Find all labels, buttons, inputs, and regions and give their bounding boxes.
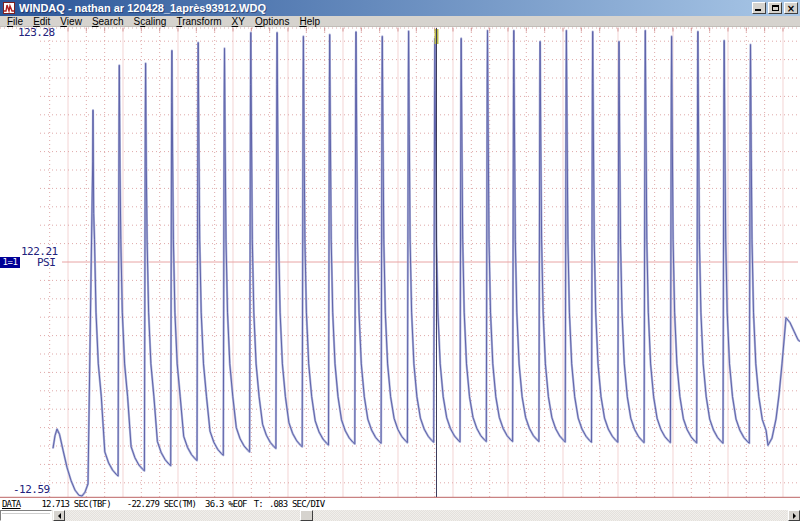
menu-bar: File Edit View Search Scaling Transform … bbox=[0, 16, 800, 27]
minimize-icon bbox=[755, 9, 761, 11]
maximize-icon bbox=[772, 5, 779, 11]
status-time-tm: -22.279 SEC(TM) bbox=[127, 499, 196, 509]
pressure-trace bbox=[53, 31, 800, 497]
menu-file[interactable]: File bbox=[2, 16, 28, 27]
waveform-plot bbox=[0, 27, 800, 498]
horizontal-scrollbar bbox=[0, 510, 800, 521]
scrollbar-thumb[interactable] bbox=[300, 510, 313, 521]
status-percent-eof: 36.3 %EOF bbox=[205, 499, 247, 509]
menu-edit[interactable]: Edit bbox=[28, 16, 55, 27]
pan-indicator-line bbox=[2, 513, 50, 514]
minimize-button[interactable] bbox=[752, 2, 766, 14]
maximize-button[interactable] bbox=[768, 2, 782, 14]
scroll-right-button[interactable] bbox=[788, 510, 800, 521]
menu-view[interactable]: View bbox=[55, 16, 87, 27]
channel-id-marker[interactable]: 1=1 bbox=[0, 257, 20, 268]
title-bar: WINDAQ - nathan ar 120428_1après93912.WD… bbox=[0, 0, 800, 16]
menu-xy[interactable]: XY bbox=[227, 16, 250, 27]
status-time-tbf: 12.713 SEC(TBF) bbox=[41, 499, 110, 509]
menu-scaling[interactable]: Scaling bbox=[129, 16, 172, 27]
waveform-chart-area: 123.28 122.21 1=1 PSI -12.59 bbox=[0, 27, 800, 498]
status-t-label: T: bbox=[254, 499, 263, 509]
close-icon: × bbox=[787, 4, 795, 13]
scrollbar-track[interactable] bbox=[66, 510, 787, 521]
windaq-window: WINDAQ - nathan ar 120428_1après93912.WD… bbox=[0, 0, 800, 521]
channel-bottom-limit-label: -12.59 bbox=[13, 485, 50, 495]
window-title: WINDAQ - nathan ar 120428_1après93912.WD… bbox=[19, 1, 752, 16]
menu-help[interactable]: Help bbox=[294, 16, 325, 27]
status-sec-per-div: .083 SEC/DIV bbox=[269, 499, 324, 509]
app-icon bbox=[3, 2, 15, 14]
status-bar: DATA 12.713 SEC(TBF) -22.279 SEC(TM) 36.… bbox=[0, 498, 800, 510]
menu-options[interactable]: Options bbox=[250, 16, 294, 27]
window-controls: × bbox=[752, 2, 798, 14]
channel-top-limit-label: 123.28 bbox=[18, 28, 55, 38]
pan-indicator-box bbox=[0, 510, 52, 521]
status-mode: DATA bbox=[2, 499, 20, 509]
menu-transform[interactable]: Transform bbox=[171, 16, 226, 27]
scroll-left-button[interactable] bbox=[53, 510, 65, 521]
channel-units-label: PSI bbox=[37, 258, 55, 268]
menu-search[interactable]: Search bbox=[87, 16, 129, 27]
close-button[interactable]: × bbox=[784, 2, 798, 14]
arrow-left-icon bbox=[55, 513, 61, 519]
arrow-right-icon bbox=[793, 513, 799, 519]
